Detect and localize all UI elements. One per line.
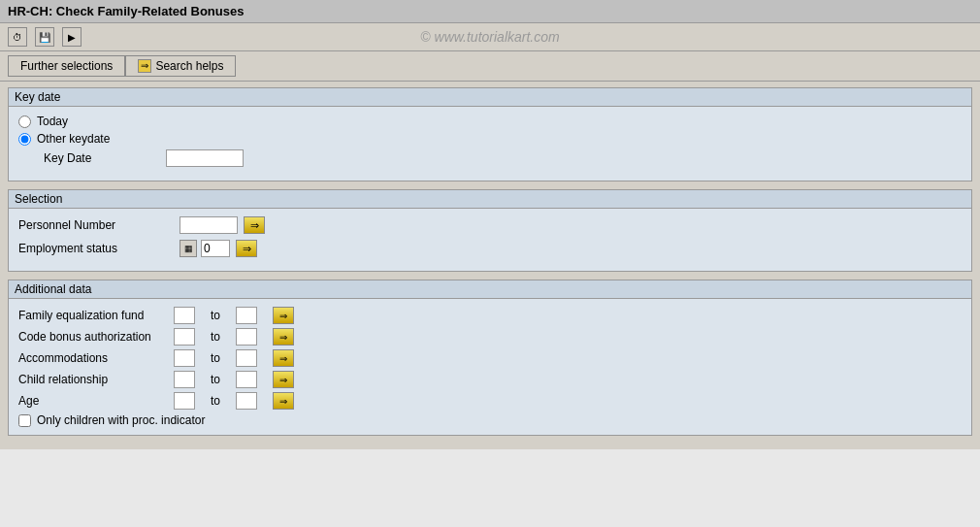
page-title: HR-CH: Check Family-Related Bonuses [8, 4, 244, 18]
additional-to-3: to [195, 373, 236, 386]
additional-label-1: Code bonus authorization [18, 330, 174, 344]
arrow-icon: ⇒ [279, 332, 287, 343]
additional-arrow-3[interactable]: ⇒ [273, 371, 294, 388]
arrow-icon: ⇒ [279, 375, 287, 385]
key-date-section-body: Today Other keydate Key Date [9, 107, 971, 181]
additional-input-from-2[interactable] [174, 349, 195, 367]
tab-search-helps-label: Search helps [155, 59, 223, 73]
tabs-bar: Further selections ⇒ Search helps [0, 51, 980, 82]
additional-to-4: to [195, 394, 236, 408]
tab-further-selections[interactable]: Further selections [8, 55, 125, 77]
today-radio[interactable] [18, 115, 31, 128]
key-date-input[interactable] [166, 149, 244, 167]
additional-label-2: Accommodations [18, 351, 174, 365]
additional-label-4: Age [18, 394, 174, 408]
additional-input-to-0[interactable] [236, 307, 257, 324]
additional-row-1: Code bonus authorization to ⇒ [18, 328, 962, 346]
today-label: Today [37, 115, 68, 128]
other-keydate-radio-row: Other keydate [18, 132, 962, 146]
additional-arrow-4[interactable]: ⇒ [273, 392, 294, 410]
employment-status-arrow-btn[interactable]: ⇒ [236, 240, 257, 257]
additional-input-to-2[interactable] [236, 349, 257, 367]
additional-to-1: to [195, 330, 236, 344]
additional-arrow-2[interactable]: ⇒ [273, 349, 294, 367]
personnel-number-row: Personnel Number ⇒ [18, 216, 962, 234]
additional-arrow-1[interactable]: ⇒ [273, 328, 294, 346]
additional-row-0: Family equalization fund to ⇒ [18, 307, 962, 324]
selection-section: Selection Personnel Number ⇒ Employment … [8, 189, 972, 272]
watermark: © www.tutorialkart.com [420, 29, 559, 45]
employment-status-controls: ▦ [180, 240, 230, 257]
other-keydate-label: Other keydate [37, 132, 110, 146]
employment-status-label: Employment status [18, 242, 174, 255]
additional-input-from-4[interactable] [174, 392, 195, 410]
print-icon[interactable]: ▶ [62, 27, 82, 47]
employment-status-icon[interactable]: ▦ [180, 240, 197, 257]
save-icon[interactable]: 💾 [35, 27, 54, 47]
selection-section-title: Selection [9, 190, 971, 209]
key-date-section: Key date Today Other keydate Key Date [8, 87, 972, 181]
arrow-icon: ⇒ [250, 219, 259, 232]
additional-data-section-title: Additional data [9, 280, 971, 299]
toolbar: ⏱ 💾 ▶ © www.tutorialkart.com [0, 23, 980, 51]
additional-data-section-body: Family equalization fund to ⇒ Code bonus… [9, 299, 971, 435]
clock-icon[interactable]: ⏱ [8, 27, 27, 47]
tab-search-helps[interactable]: ⇒ Search helps [125, 55, 236, 77]
additional-input-from-0[interactable] [174, 307, 195, 324]
additional-input-to-3[interactable] [236, 371, 257, 388]
additional-input-to-4[interactable] [236, 392, 257, 410]
personnel-number-input[interactable] [180, 216, 238, 234]
selection-section-body: Personnel Number ⇒ Employment status ▦ ⇒ [9, 209, 971, 271]
only-children-label: Only children with proc. indicator [37, 413, 205, 427]
tab-arrow-icon: ⇒ [138, 59, 151, 73]
main-content: Key date Today Other keydate Key Date Se… [0, 82, 980, 449]
key-date-field-row: Key Date [18, 149, 962, 167]
additional-row-2: Accommodations to ⇒ [18, 349, 962, 367]
arrow-icon: ⇒ [243, 243, 251, 255]
key-date-section-title: Key date [9, 88, 971, 107]
arrow-icon: ⇒ [279, 396, 287, 407]
personnel-number-arrow-btn[interactable]: ⇒ [244, 216, 265, 234]
employment-status-row: Employment status ▦ ⇒ [18, 240, 962, 257]
additional-row-4: Age to ⇒ [18, 392, 962, 410]
only-children-checkbox[interactable] [18, 414, 31, 427]
additional-row-3: Child relationship to ⇒ [18, 371, 962, 388]
additional-to-0: to [195, 309, 236, 322]
other-keydate-radio[interactable] [18, 133, 31, 146]
arrow-icon: ⇒ [279, 311, 287, 321]
additional-data-section: Additional data Family equalization fund… [8, 280, 972, 436]
title-bar: HR-CH: Check Family-Related Bonuses [0, 0, 980, 23]
employment-status-input[interactable] [201, 240, 230, 257]
key-date-label: Key Date [44, 151, 160, 165]
additional-input-from-1[interactable] [174, 328, 195, 346]
arrow-icon: ⇒ [279, 353, 287, 364]
additional-label-3: Child relationship [18, 373, 174, 386]
only-children-row: Only children with proc. indicator [18, 413, 962, 427]
personnel-number-label: Personnel Number [18, 218, 174, 232]
today-radio-row: Today [18, 115, 962, 128]
additional-to-2: to [195, 351, 236, 365]
additional-arrow-0[interactable]: ⇒ [273, 307, 294, 324]
tab-further-selections-label: Further selections [20, 59, 113, 73]
additional-input-to-1[interactable] [236, 328, 257, 346]
additional-label-0: Family equalization fund [18, 309, 174, 322]
additional-input-from-3[interactable] [174, 371, 195, 388]
